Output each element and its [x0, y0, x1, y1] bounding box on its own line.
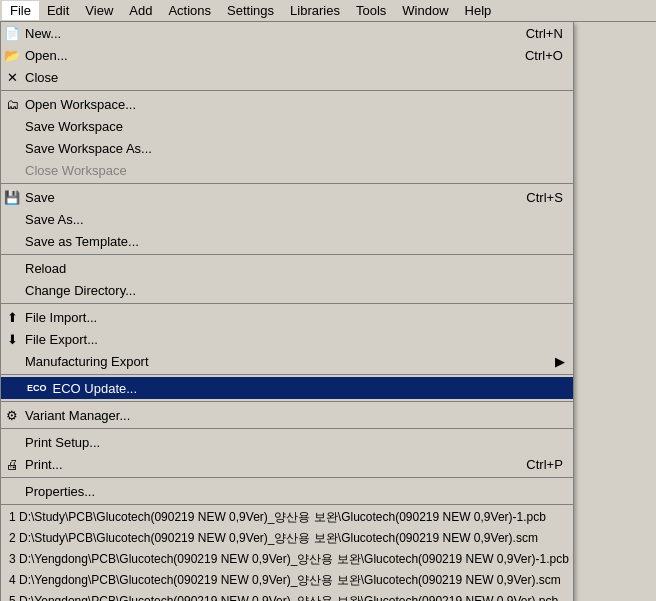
open-label: Open... — [25, 48, 68, 63]
mfg-export-menu-item[interactable]: Manufacturing Export ▶ — [1, 350, 573, 372]
close-workspace-label: Close Workspace — [25, 163, 127, 178]
open-shortcut: Ctrl+O — [525, 48, 569, 63]
separator-6 — [1, 401, 573, 402]
save-as-menu-item[interactable]: Save As... — [1, 208, 573, 230]
change-dir-menu-item[interactable]: Change Directory... — [1, 279, 573, 301]
save-workspace-menu-item[interactable]: Save Workspace — [1, 115, 573, 137]
file-export-menu-item[interactable]: ⬇ File Export... — [1, 328, 573, 350]
save-template-menu-item[interactable]: Save as Template... — [1, 230, 573, 252]
print-menu-item[interactable]: 🖨 Print... Ctrl+P — [1, 453, 573, 475]
save-template-label: Save as Template... — [25, 234, 139, 249]
print-shortcut: Ctrl+P — [526, 457, 568, 472]
save-workspace-label: Save Workspace — [25, 119, 123, 134]
close-workspace-menu-item: Close Workspace — [1, 159, 573, 181]
print-label: Print... — [25, 457, 63, 472]
eco-update-menu-item[interactable]: ECO ECO Update... — [1, 377, 573, 399]
new-icon: 📄 — [3, 24, 21, 42]
separator-2 — [1, 183, 573, 184]
save-icon: 💾 — [3, 188, 21, 206]
menu-bar-item-add[interactable]: Add — [121, 1, 160, 20]
save-as-label: Save As... — [25, 212, 84, 227]
separator-8 — [1, 477, 573, 478]
open-workspace-icon: 🗂 — [3, 95, 21, 113]
menu-bar: File Edit View Add Actions Settings Libr… — [0, 0, 656, 22]
variant-manager-menu-item[interactable]: ⚙ Variant Manager... — [1, 404, 573, 426]
recent-file-2-text: 2 D:\Study\PCB\Glucotech(090219 NEW 0,9V… — [9, 530, 538, 547]
mfg-export-label: Manufacturing Export — [25, 354, 149, 369]
properties-label: Properties... — [25, 484, 95, 499]
save-menu-item[interactable]: 💾 Save Ctrl+S — [1, 186, 573, 208]
print-setup-label: Print Setup... — [25, 435, 100, 450]
submenu-arrow-icon: ▶ — [555, 354, 569, 369]
open-workspace-menu-item[interactable]: 🗂 Open Workspace... — [1, 93, 573, 115]
recent-file-4-text: 4 D:\Yengdong\PCB\Glucotech(090219 NEW 0… — [9, 572, 561, 589]
file-dropdown-menu: 📄 New... Ctrl+N 📂 Open... Ctrl+O ✕ Close… — [0, 22, 574, 601]
save-label: Save — [25, 190, 55, 205]
print-icon: 🖨 — [3, 455, 21, 473]
recent-file-3[interactable]: 3 D:\Yengdong\PCB\Glucotech(090219 NEW 0… — [1, 549, 573, 570]
file-export-label: File Export... — [25, 332, 98, 347]
separator-3 — [1, 254, 573, 255]
file-import-icon: ⬆ — [3, 308, 21, 326]
menu-bar-item-help[interactable]: Help — [457, 1, 500, 20]
recent-file-4[interactable]: 4 D:\Yengdong\PCB\Glucotech(090219 NEW 0… — [1, 570, 573, 591]
file-export-icon: ⬇ — [3, 330, 21, 348]
save-workspace-as-menu-item[interactable]: Save Workspace As... — [1, 137, 573, 159]
open-workspace-label: Open Workspace... — [25, 97, 136, 112]
change-dir-label: Change Directory... — [25, 283, 136, 298]
menu-bar-item-libraries[interactable]: Libraries — [282, 1, 348, 20]
separator-recent — [1, 504, 573, 505]
open-menu-item[interactable]: 📂 Open... Ctrl+O — [1, 44, 573, 66]
recent-file-1-text: 1 D:\Study\PCB\Glucotech(090219 NEW 0,9V… — [9, 509, 546, 526]
menu-bar-item-view[interactable]: View — [77, 1, 121, 20]
variant-manager-label: Variant Manager... — [25, 408, 130, 423]
save-workspace-as-label: Save Workspace As... — [25, 141, 152, 156]
separator-5 — [1, 374, 573, 375]
menu-bar-item-window[interactable]: Window — [394, 1, 456, 20]
menu-bar-item-tools[interactable]: Tools — [348, 1, 394, 20]
reload-label: Reload — [25, 261, 66, 276]
menu-bar-item-settings[interactable]: Settings — [219, 1, 282, 20]
separator-4 — [1, 303, 573, 304]
recent-file-5-text: 5 D:\Yengdong\PCB\Glucotech(090219 NEW 0… — [9, 593, 558, 601]
recent-file-5[interactable]: 5 D:\Yengdong\PCB\Glucotech(090219 NEW 0… — [1, 591, 573, 601]
menu-bar-item-actions[interactable]: Actions — [160, 1, 219, 20]
separator-1 — [1, 90, 573, 91]
new-label: New... — [25, 26, 61, 41]
recent-file-1[interactable]: 1 D:\Study\PCB\Glucotech(090219 NEW 0,9V… — [1, 507, 573, 528]
recent-file-2[interactable]: 2 D:\Study\PCB\Glucotech(090219 NEW 0,9V… — [1, 528, 573, 549]
close-icon: ✕ — [3, 68, 21, 86]
file-import-label: File Import... — [25, 310, 97, 325]
close-label: Close — [25, 70, 58, 85]
eco-update-label: ECO Update... — [53, 381, 138, 396]
file-import-menu-item[interactable]: ⬆ File Import... — [1, 306, 573, 328]
save-shortcut: Ctrl+S — [526, 190, 568, 205]
print-setup-menu-item[interactable]: Print Setup... — [1, 431, 573, 453]
properties-menu-item[interactable]: Properties... — [1, 480, 573, 502]
variant-manager-icon: ⚙ — [3, 406, 21, 424]
recent-file-3-text: 3 D:\Yengdong\PCB\Glucotech(090219 NEW 0… — [9, 551, 569, 568]
close-menu-item[interactable]: ✕ Close — [1, 66, 573, 88]
new-menu-item[interactable]: 📄 New... Ctrl+N — [1, 22, 573, 44]
menu-bar-item-edit[interactable]: Edit — [39, 1, 77, 20]
menu-bar-item-file[interactable]: File — [2, 1, 39, 20]
reload-menu-item[interactable]: Reload — [1, 257, 573, 279]
eco-badge: ECO — [25, 382, 49, 394]
separator-7 — [1, 428, 573, 429]
new-shortcut: Ctrl+N — [526, 26, 569, 41]
open-icon: 📂 — [3, 46, 21, 64]
